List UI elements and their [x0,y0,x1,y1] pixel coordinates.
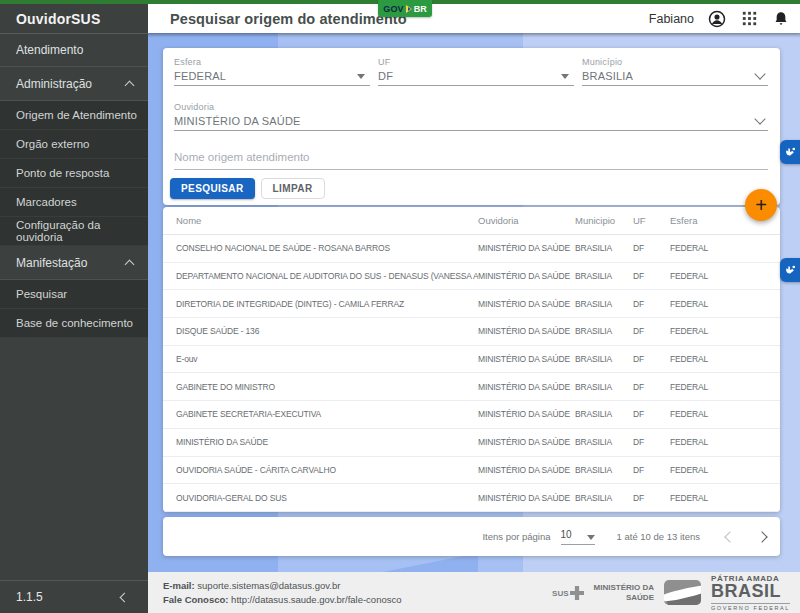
sidebar-item[interactable]: Ponto de resposta [0,159,148,188]
government-brand: PÁTRIA AMADA BRASIL GOVERNO FEDERAL [711,574,790,610]
form-buttons: PESQUISAR LIMPAR [170,178,325,199]
cell-nome: GABINETE DO MINISTRO [163,382,478,392]
cell-municipio: BRASILIA [575,437,633,447]
sidebar-item[interactable]: Origem de Atendimento [0,101,148,130]
table-row[interactable]: DISQUE SAÚDE - 136 MINISTÉRIO DA SAÚDE B… [163,318,780,346]
sidebar-item[interactable]: Manifestação [0,246,148,280]
table-row[interactable]: GABINETE DO MINISTRO MINISTÉRIO DA SAÚDE… [163,373,780,401]
cell-nome: OUVIDORIA-GERAL DO SUS [163,493,478,503]
sidebar: OuvidorSUS Atendimento Administração Ori… [0,4,148,613]
vlibras-accessibility-icon[interactable] [780,258,800,282]
cell-ouvidoria: MINISTÉRIO DA SAÚDE [478,271,575,281]
table-row[interactable]: MINISTÉRIO DA SAÚDE MINISTÉRIO DA SAÚDE … [163,429,780,457]
cell-municipio: BRASILIA [575,465,633,475]
cell-nome: CONSELHO NACIONAL DE SAÚDE - ROSANA BARR… [163,243,478,253]
footer: E-mail: suporte.sistemas@datasus.gov.br … [148,572,800,613]
search-form-card: Esfera FEDERAL UF DF Município BRASILIA … [163,48,780,205]
cell-ouvidoria: MINISTÉRIO DA SAÚDE [478,299,575,309]
ouvidoria-select[interactable]: Ouvidoria MINISTÉRIO DA SAÚDE [174,102,768,131]
cell-esfera: FEDERAL [670,326,780,336]
cell-nome: E-ouv [163,354,478,364]
cell-ouvidoria: MINISTÉRIO DA SAÚDE [478,465,575,475]
municipio-select[interactable]: Município BRASILIA [582,57,768,86]
sidebar-item[interactable]: Orgão externo [0,130,148,159]
items-per-page-label: Itens por página [482,531,550,542]
govbr-logo-gov: GOV [383,4,404,14]
esfera-select[interactable]: Esfera FEDERAL [174,57,370,86]
cell-esfera: FEDERAL [670,437,780,447]
sidebar-item[interactable]: Base de conhecimento [0,309,148,338]
cell-uf: DF [633,493,670,503]
uf-label: UF [378,57,390,67]
pagination-card: Itens por página 10 1 até 10 de 13 itens [163,517,780,556]
nome-origem-input[interactable] [174,144,768,169]
chevron-up-icon [125,81,135,91]
sidebar-nav: Atendimento Administração Origem de Aten… [0,34,148,338]
cell-ouvidoria: MINISTÉRIO DA SAÚDE [478,437,575,447]
table-row[interactable]: DIRETORIA DE INTEGRIDADE (DINTEG) - CAMI… [163,290,780,318]
sus-logo-text: SUS [552,589,568,598]
cell-esfera: FEDERAL [670,382,780,392]
sus-logo: SUS [552,586,583,600]
sidebar-item-label: Base de conhecimento [16,317,133,329]
sidebar-item[interactable]: Administração [0,67,148,101]
table-row[interactable]: DEPARTAMENTO NACIONAL DE AUDITORIA DO SU… [163,263,780,291]
apps-grid-icon[interactable] [740,10,758,28]
sidebar-item-label: Administração [16,77,92,91]
cell-municipio: BRASILIA [575,299,633,309]
topbar-actions: Fabiano [649,10,800,28]
account-icon[interactable] [708,10,726,28]
notifications-bell-icon[interactable] [772,10,790,28]
cell-esfera: FEDERAL [670,299,780,309]
cell-uf: DF [633,354,670,364]
sidebar-item[interactable]: Pesquisar [0,280,148,309]
cell-esfera: FEDERAL [670,493,780,503]
collapse-sidebar-icon[interactable] [120,592,130,602]
table-row[interactable]: GABINETE SECRETARIA-EXECUTIVA MINISTÉRIO… [163,401,780,429]
table-row[interactable]: CONSELHO NACIONAL DE SAÚDE - ROSANA BARR… [163,235,780,263]
fale-conosco-value[interactable]: http://datasus.saude.gov.br/fale-conosco [231,594,401,605]
vlibras-accessibility-icon[interactable] [780,140,800,164]
column-header-municipio: Municipio [575,215,633,226]
cell-nome: GABINETE SECRETARIA-EXECUTIVA [163,409,478,419]
app-root: GOV BR OuvidorSUS Atendimento Administra… [0,0,800,613]
cell-esfera: FEDERAL [670,271,780,281]
cell-uf: DF [633,437,670,447]
chevron-up-icon [125,260,135,270]
cell-ouvidoria: MINISTÉRIO DA SAÚDE [478,493,575,503]
cell-nome: MINISTÉRIO DA SAÚDE [163,437,478,447]
dropdown-arrow-icon [357,74,365,79]
chevron-down-icon [754,113,765,124]
previous-page-icon[interactable] [724,531,735,542]
sidebar-item[interactable]: Configuração da ouvidoria [0,217,148,246]
cell-uf: DF [633,409,670,419]
table-row[interactable]: E-ouv MINISTÉRIO DA SAÚDE BRASILIA DF FE… [163,346,780,374]
brazil-flag-icon [664,580,701,605]
app-version: 1.1.5 [16,590,43,604]
fale-conosco-label: Fale Conosco: [163,594,228,605]
sidebar-item-label: Ponto de resposta [16,167,109,179]
footer-logos: SUS MINISTÉRIO DA SAÚDE PÁTRIA AMADA BRA… [552,574,800,610]
cell-nome: OUVIDORIA SAÚDE - CÁRITA CARVALHO [163,465,478,475]
cell-municipio: BRASILIA [575,271,633,281]
cell-ouvidoria: MINISTÉRIO DA SAÚDE [478,382,575,392]
sidebar-item[interactable]: Atendimento [0,34,148,67]
items-per-page-select[interactable]: 10 [561,529,595,545]
table-header: Nome Ouvidoria Municipio UF Esfera [163,207,780,235]
pesquisar-button[interactable]: PESQUISAR [170,178,255,199]
cell-nome: DISQUE SAÚDE - 136 [163,326,478,336]
sidebar-spacer [0,338,148,580]
limpar-button[interactable]: LIMPAR [261,178,325,199]
next-page-icon[interactable] [756,531,767,542]
page-title: Pesquisar origem do atendimento [148,11,407,27]
esfera-label: Esfera [174,57,201,67]
sidebar-item-label: Orgão externo [16,138,90,150]
add-button[interactable]: + [745,189,777,221]
uf-select[interactable]: UF DF [378,57,574,86]
sidebar-item[interactable]: Marcadores [0,188,148,217]
footer-contact: E-mail: suporte.sistemas@datasus.gov.br … [148,579,402,607]
table-row[interactable]: OUVIDORIA-GERAL DO SUS MINISTÉRIO DA SAÚ… [163,484,780,512]
cell-ouvidoria: MINISTÉRIO DA SAÚDE [478,354,575,364]
cell-municipio: BRASILIA [575,243,633,253]
table-row[interactable]: OUVIDORIA SAÚDE - CÁRITA CARVALHO MINIST… [163,457,780,485]
